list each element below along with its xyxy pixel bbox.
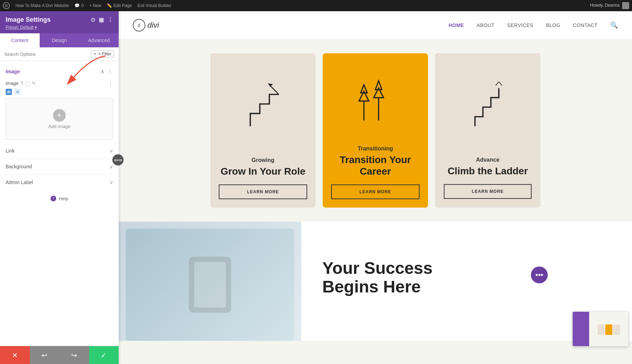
site-nav-links: HOME ABOUT SERVICES BLOG CONTACT 🔍 <box>449 21 618 29</box>
panel-title-icons: ⊙ ▣ ⋮ <box>91 16 113 23</box>
card-transitioning-cta[interactable]: LEARN MORE <box>331 184 420 199</box>
pencil-icon: ✏️ <box>107 3 112 8</box>
help-circle-icon: ? <box>51 196 56 201</box>
card-advance-cta[interactable]: LEARN MORE <box>444 184 532 199</box>
thumb-card-2 <box>605 324 612 335</box>
background-section-title: Background <box>6 164 32 169</box>
svg-marker-5 <box>268 83 273 86</box>
background-section[interactable]: Background ∨ <box>0 159 119 174</box>
nav-home[interactable]: HOME <box>449 22 464 28</box>
card-advance-icon <box>468 64 507 150</box>
background-chevron-icon: ∨ <box>110 164 113 169</box>
ai-badge[interactable]: AI <box>6 89 12 95</box>
more-icon[interactable]: ⋮ <box>107 16 113 23</box>
card-transitioning-subtitle: Transitioning <box>358 146 393 152</box>
admin-label-chevron-icon: ∨ <box>110 180 113 185</box>
tab-advanced[interactable]: Advanced <box>79 33 119 47</box>
help-link[interactable]: ? Help <box>0 190 119 207</box>
site-name: How To Make A Divi Website <box>15 3 69 8</box>
red-arrow-annotation <box>49 54 112 98</box>
nav-services[interactable]: SERVICES <box>507 22 533 28</box>
card-advance-subtitle: Advance <box>476 157 500 163</box>
card-growing-title: Grow In Your Role <box>220 166 305 177</box>
panel-footer: ✕ ↩ ↪ ✓ <box>0 346 119 364</box>
card-transitioning: Transitioning Transition Your Career LEA… <box>323 53 428 208</box>
thumb-card-1 <box>598 324 605 335</box>
edit-page-item[interactable]: ✏️ Edit Page <box>107 3 132 8</box>
wp-logo-icon: W <box>3 2 10 9</box>
svg-line-4 <box>269 85 278 94</box>
admin-bar: W How To Make A Divi Website 💬 0 + New ✏… <box>0 0 632 11</box>
image-upload-area[interactable]: + Add Image <box>6 98 113 140</box>
redo-button[interactable]: ↪ <box>59 346 89 364</box>
bottom-heading: Your SuccessBegins Here <box>322 259 611 296</box>
panel-header: Image Settings ⊙ ▣ ⋮ Preset: Default ▾ <box>0 11 119 33</box>
undo-button[interactable]: ↩ <box>30 346 60 364</box>
logo-text: divi <box>147 21 159 30</box>
new-label: + New <box>89 3 101 8</box>
bottom-section: Your SuccessBegins Here <box>119 222 632 341</box>
wp-logo-item[interactable]: W <box>3 2 10 9</box>
panel-title-bar: Image Settings ⊙ ▣ ⋮ <box>6 16 113 23</box>
panel-preset[interactable]: Preset: Default ▾ <box>6 25 113 30</box>
link-chevron-icon: ∨ <box>110 148 113 154</box>
thumbnail-right <box>589 312 628 346</box>
card-growing-icon <box>244 64 282 150</box>
panel-title-text: Image Settings <box>6 16 51 23</box>
comment-count: 0 <box>81 3 84 8</box>
image-field-label-text: Image <box>6 81 18 86</box>
move-handle[interactable]: ⟺ <box>112 154 124 166</box>
thumb-card-3 <box>613 324 620 335</box>
exit-builder-label: Exit Visual Builder <box>137 3 171 8</box>
site-nav: d divi HOME ABOUT SERVICES BLOG CONTACT … <box>119 11 632 39</box>
phone-image-placeholder <box>126 229 294 341</box>
search-icon[interactable]: 🔍 <box>610 21 618 29</box>
admin-label-section-title: Admin Label <box>6 180 33 185</box>
help-icon[interactable]: ? <box>20 80 23 86</box>
thumbnail-preview <box>572 311 628 346</box>
link-section[interactable]: Link ∨ <box>0 143 119 159</box>
tab-design[interactable]: Design <box>40 33 79 47</box>
tab-content[interactable]: Content <box>0 33 40 47</box>
comments-item[interactable]: 💬 0 <box>74 3 84 8</box>
cards-section: Growing Grow In Your Role LEARN MORE Tra… <box>119 39 632 222</box>
link-section-title: Link <box>6 148 15 154</box>
image-copy-icon[interactable]: ⬚ <box>25 80 30 86</box>
main-content: d divi HOME ABOUT SERVICES BLOG CONTACT … <box>119 11 632 364</box>
floating-action-button[interactable]: ••• <box>531 267 548 283</box>
thumb-cards <box>598 324 620 335</box>
thumbnail-inner <box>573 312 628 346</box>
edit-page-label: Edit Page <box>113 3 132 8</box>
save-button[interactable]: ✓ <box>89 346 119 364</box>
svg-rect-10 <box>194 262 226 308</box>
new-item[interactable]: + New <box>89 3 101 8</box>
layout-icon[interactable]: ▣ <box>99 16 104 23</box>
generate-icon[interactable]: ≋ <box>14 89 21 95</box>
comment-icon: 💬 <box>74 3 80 8</box>
nav-blog[interactable]: BLOG <box>546 22 560 28</box>
image-select-icon[interactable]: ↖ <box>32 80 36 86</box>
focus-icon[interactable]: ⊙ <box>91 16 95 23</box>
cancel-button[interactable]: ✕ <box>0 346 30 364</box>
add-image-text: Add Image <box>48 124 71 129</box>
nav-about[interactable]: ABOUT <box>477 22 495 28</box>
card-advance: Advance Climb the Ladder LEARN MORE <box>435 53 540 208</box>
site-logo: d divi <box>133 19 159 32</box>
bottom-image <box>119 222 301 341</box>
card-growing-cta[interactable]: LEARN MORE <box>219 184 307 199</box>
panel-content: Image ∧ ⋮ Image ? ⬚ ↖ ⋮ <box>0 61 119 346</box>
admin-label-section[interactable]: Admin Label ∨ <box>0 174 119 190</box>
card-transitioning-icon <box>353 64 398 139</box>
nav-contact[interactable]: CONTACT <box>573 22 598 28</box>
preset-chevron: ▾ <box>35 25 37 30</box>
help-text: Help <box>59 196 68 201</box>
card-growing-subtitle: Growing <box>252 157 275 163</box>
add-image-plus-icon: + <box>53 109 66 122</box>
svg-text:W: W <box>5 4 8 8</box>
logo-circle: d <box>133 19 145 32</box>
image-section-title: Image <box>6 69 20 74</box>
exit-builder-item[interactable]: Exit Visual Builder <box>137 3 171 8</box>
card-advance-title: Climb the Ladder <box>448 165 528 177</box>
site-name-item[interactable]: How To Make A Divi Website <box>15 3 69 8</box>
howdy-text: Howdy, Deanna <box>590 2 629 9</box>
